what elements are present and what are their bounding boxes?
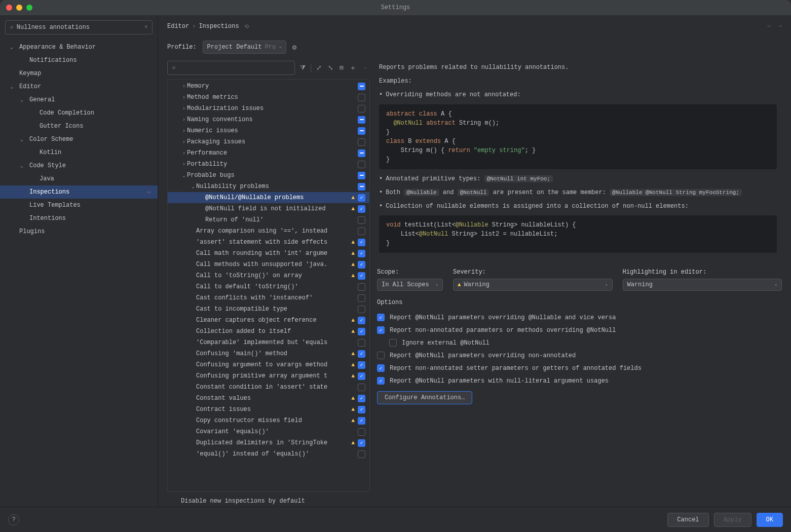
configure-annotations-button[interactable]: Configure Annotations…	[377, 391, 472, 404]
inspection-checkbox[interactable]	[358, 372, 365, 380]
inspection-checkbox[interactable]	[358, 138, 365, 146]
inspection-checkbox[interactable]	[358, 428, 365, 436]
inspection-row[interactable]: Constant values▲	[168, 393, 369, 404]
inspection-row[interactable]: Cast to incompatible type	[168, 303, 369, 315]
forward-icon[interactable]: →	[778, 23, 782, 30]
reset-icon[interactable]: ⟲	[244, 23, 249, 30]
cancel-button[interactable]: Cancel	[667, 513, 708, 527]
inspection-row[interactable]: Confusing 'main()' method▲	[168, 348, 369, 359]
inspection-checkbox[interactable]	[358, 361, 365, 369]
sidebar-item-appearance-behavior[interactable]: ⌄Appearance & Behavior	[0, 41, 158, 54]
inspection-row[interactable]: @NotNull field is not initialized▲	[168, 203, 369, 214]
scope-select[interactable]: In All Scopes▾	[377, 279, 443, 291]
inspection-checkbox[interactable]	[358, 417, 365, 425]
inspection-checkbox[interactable]	[358, 161, 365, 168]
inspection-row[interactable]: ›Method metrics	[168, 92, 369, 103]
inspection-row[interactable]: 'equal()' instead of 'equals()'	[168, 448, 369, 460]
sidebar-item-java[interactable]: Java	[0, 172, 158, 185]
expand-all-icon[interactable]: ⤢	[315, 64, 323, 72]
inspection-checkbox[interactable]	[358, 395, 365, 402]
inspection-checkbox[interactable]	[358, 384, 365, 391]
sidebar-item-code-completion[interactable]: Code Completion	[0, 106, 158, 120]
inspection-checkbox[interactable]	[358, 172, 365, 179]
sidebar-search[interactable]: ⌕ ×	[5, 20, 153, 34]
inspection-checkbox[interactable]	[358, 350, 365, 358]
disable-new-checkbox[interactable]	[169, 497, 177, 505]
inspection-checkbox[interactable]	[358, 127, 365, 135]
inspection-checkbox[interactable]	[358, 450, 365, 458]
sidebar-item-keymap[interactable]: Keymap	[0, 67, 158, 80]
inspection-checkbox[interactable]	[358, 205, 365, 213]
inspection-row[interactable]: Confusing argument to varargs method▲	[168, 359, 369, 370]
inspection-row[interactable]: ›Numeric issues	[168, 125, 369, 136]
inspection-checkbox[interactable]	[358, 149, 365, 157]
inspection-row[interactable]: ›Portability	[168, 159, 369, 170]
sidebar-item-plugins[interactable]: Plugins	[0, 225, 158, 238]
inspection-checkbox[interactable]	[358, 406, 365, 413]
apply-button[interactable]: Apply	[714, 513, 751, 527]
inspection-checkbox[interactable]	[358, 105, 365, 112]
inspection-checkbox[interactable]	[358, 306, 365, 313]
add-icon[interactable]: ＋	[349, 63, 357, 72]
filter-icon[interactable]: ⧩	[299, 64, 307, 72]
inspection-row[interactable]: @NotNull/@Nullable problems▲	[168, 192, 369, 203]
ok-button[interactable]: OK	[757, 513, 783, 527]
inspection-row[interactable]: Constant condition in 'assert' state	[168, 382, 369, 393]
inspection-row[interactable]: Copy constructor misses field▲	[168, 415, 369, 426]
collapse-all-icon[interactable]: ⤡	[327, 64, 334, 72]
inspection-row[interactable]: ⌄Probable bugs	[168, 170, 369, 181]
inspection-checkbox[interactable]	[358, 272, 365, 280]
inspection-row[interactable]: 'assert' statement with side effects▲	[168, 237, 369, 248]
highlighting-select[interactable]: Warning▾	[623, 279, 782, 291]
inspection-checkbox[interactable]	[358, 294, 365, 302]
reset-icon[interactable]: ⊟	[338, 64, 345, 72]
close-window-button[interactable]	[6, 5, 12, 11]
sidebar-item-editor[interactable]: ⌄Editor	[0, 80, 158, 93]
inspection-row[interactable]: Call math rounding with 'int' argume▲	[168, 248, 369, 259]
inspection-row[interactable]: Duplicated delimiters in 'StringToke▲	[168, 437, 369, 448]
option-checkbox[interactable]: ✓	[377, 377, 385, 385]
inspection-checkbox[interactable]	[358, 283, 365, 291]
inspection-checkbox[interactable]	[358, 83, 365, 90]
inspection-row[interactable]: 'Comparable' implemented but 'equals	[168, 337, 369, 348]
inspection-row[interactable]: Array comparison using '==', instead	[168, 225, 369, 237]
inspection-checkbox[interactable]	[358, 439, 365, 447]
option-checkbox[interactable]: ✓	[377, 326, 385, 334]
inspection-row[interactable]: Cleaner captures object reference▲	[168, 315, 369, 326]
sidebar-item-code-style[interactable]: ⌄Code Style	[0, 159, 158, 172]
inspection-row[interactable]: Call to 'toString()' on array▲	[168, 270, 369, 281]
inspection-checkbox[interactable]	[358, 328, 365, 335]
clear-search-icon[interactable]: ×	[144, 24, 148, 31]
inspection-row[interactable]: ⌄Nullability problems	[168, 181, 369, 192]
inspection-row[interactable]: Return of 'null'	[168, 214, 369, 225]
sidebar-item-gutter-icons[interactable]: Gutter Icons	[0, 120, 158, 133]
remove-icon[interactable]: －	[361, 63, 370, 72]
inspection-row[interactable]: Cast conflicts with 'instanceof'	[168, 292, 369, 303]
severity-select[interactable]: ▲ Warning▾	[453, 279, 613, 291]
zoom-window-button[interactable]	[26, 5, 32, 11]
sidebar-item-kotlin[interactable]: Kotlin	[0, 146, 158, 159]
inspection-row[interactable]: ›Modularization issues	[168, 103, 369, 114]
sidebar-item-color-scheme[interactable]: ⌄Color Scheme	[0, 133, 158, 146]
inspection-checkbox[interactable]	[358, 227, 365, 235]
inspection-row[interactable]: Confusing primitive array argument t▲	[168, 370, 369, 382]
inspection-row[interactable]: ›Naming conventions	[168, 114, 369, 125]
inspection-row[interactable]: ›Performance	[168, 147, 369, 159]
inspection-search-input[interactable]	[179, 64, 290, 71]
sidebar-item-intentions[interactable]: Intentions	[0, 212, 158, 225]
inspection-row[interactable]: Covariant 'equals()'	[168, 426, 369, 437]
option-checkbox[interactable]: ✓	[377, 364, 385, 372]
inspection-checkbox[interactable]	[358, 183, 365, 191]
inspection-row[interactable]: Collection added to itself▲	[168, 326, 369, 337]
sidebar-item-live-templates[interactable]: Live Templates	[0, 199, 158, 212]
option-checkbox[interactable]: ✓	[377, 314, 385, 321]
sidebar-search-input[interactable]	[17, 24, 141, 31]
inspection-checkbox[interactable]	[358, 194, 365, 202]
inspection-row[interactable]: Contract issues▲	[168, 404, 369, 415]
inspection-row[interactable]: ›Memory	[168, 81, 369, 92]
inspection-checkbox[interactable]	[358, 116, 365, 124]
inspection-checkbox[interactable]	[358, 317, 365, 324]
back-icon[interactable]: ←	[768, 23, 771, 30]
sidebar-item-notifications[interactable]: Notifications	[0, 54, 158, 67]
sidebar-item-inspections[interactable]: Inspections▭	[0, 185, 158, 199]
